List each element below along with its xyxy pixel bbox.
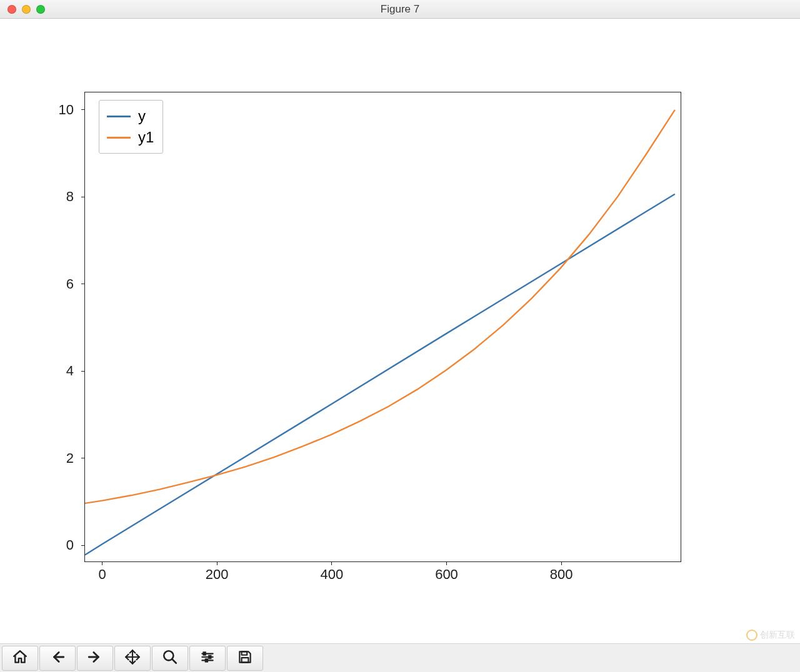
pan-button[interactable] [114, 646, 151, 671]
ytick-label: 2 [66, 450, 74, 467]
window-titlebar: Figure 7 [0, 0, 800, 19]
watermark-logo-icon [746, 630, 758, 641]
ytick-label: 10 [59, 102, 74, 118]
watermark: 创新互联 [746, 630, 795, 641]
xtick [331, 561, 332, 565]
plot-svg [85, 92, 681, 561]
legend-swatch [107, 116, 131, 117]
svg-rect-2 [209, 655, 211, 658]
magnifier-icon [162, 649, 178, 668]
matplotlib-toolbar [0, 643, 800, 672]
minimize-window-button[interactable] [22, 5, 31, 14]
sliders-icon [199, 649, 216, 668]
axes-frame: y y1 02004006008000246810 [84, 92, 681, 562]
zoom-button[interactable] [152, 646, 188, 671]
arrow-left-icon [49, 649, 66, 668]
xtick [446, 561, 447, 565]
xtick-label: 0 [98, 566, 106, 583]
move-icon [124, 649, 141, 668]
ytick-label: 4 [66, 363, 74, 379]
home-icon [12, 649, 28, 668]
legend-entry: y [107, 106, 154, 127]
legend-entry: y1 [107, 127, 154, 148]
ytick-label: 8 [66, 189, 74, 205]
ytick-label: 6 [66, 276, 74, 292]
figure-canvas[interactable]: y y1 02004006008000246810 创新互联 [0, 19, 800, 643]
back-button[interactable] [39, 646, 76, 671]
xtick [102, 561, 102, 565]
xtick-label: 400 [320, 566, 343, 583]
window-controls [8, 5, 45, 14]
series-y [85, 194, 675, 555]
xtick-label: 200 [206, 566, 229, 583]
legend: y y1 [99, 100, 163, 154]
ytick [81, 458, 85, 458]
xtick [217, 561, 218, 565]
ytick [81, 284, 85, 284]
xtick-label: 800 [550, 566, 573, 583]
zoom-window-button[interactable] [36, 5, 45, 14]
ytick [81, 109, 85, 110]
forward-button[interactable] [77, 646, 113, 671]
arrow-right-icon [87, 649, 103, 668]
ytick [81, 545, 85, 546]
svg-rect-4 [242, 651, 248, 655]
watermark-text: 创新互联 [760, 630, 795, 641]
save-icon [237, 649, 253, 668]
ytick [81, 371, 85, 372]
series-y1 [85, 110, 675, 503]
configure-button[interactable] [189, 646, 226, 671]
xtick [561, 561, 562, 565]
svg-rect-1 [204, 652, 206, 655]
close-window-button[interactable] [8, 5, 16, 14]
legend-swatch [107, 137, 131, 139]
legend-label: y [138, 107, 146, 125]
save-button[interactable] [227, 646, 263, 671]
ytick-label: 0 [66, 537, 74, 553]
svg-rect-5 [242, 658, 249, 663]
window-title: Figure 7 [0, 3, 800, 16]
home-button[interactable] [2, 646, 38, 671]
legend-label: y1 [138, 129, 154, 146]
svg-rect-3 [206, 659, 208, 661]
xtick-label: 600 [435, 566, 458, 583]
ytick [81, 197, 85, 197]
